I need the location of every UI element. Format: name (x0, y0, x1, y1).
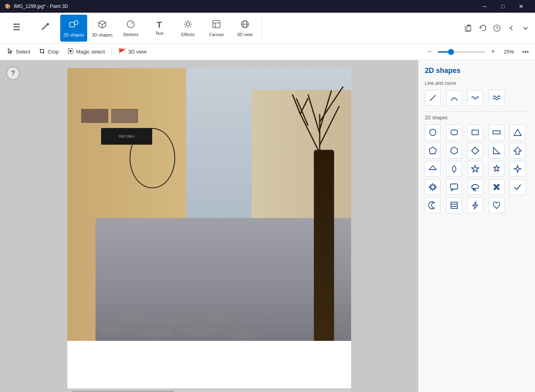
2d-shapes-button[interactable]: 2D shapes (60, 15, 87, 42)
horizontal-scrollbar[interactable] (67, 390, 351, 392)
svg-point-43 (430, 129, 436, 136)
shape-hexagon[interactable] (446, 143, 462, 159)
svg-rect-14 (213, 21, 220, 28)
shape-up-arrow2[interactable] (425, 161, 441, 177)
svg-line-42 (430, 95, 436, 101)
svg-rect-45 (472, 130, 478, 135)
shape-wavy[interactable] (489, 90, 504, 106)
shape-x-mark[interactable] (489, 179, 504, 195)
shape-heart[interactable] (489, 197, 504, 213)
svg-marker-55 (494, 165, 499, 171)
3d-view-sec-button[interactable]: 🚩 3D view (114, 45, 151, 59)
svg-marker-48 (429, 147, 436, 154)
magic-select-icon (67, 48, 74, 56)
brushes-button[interactable] (32, 15, 59, 42)
3d-shapes-button[interactable]: 3D shapes (89, 15, 116, 42)
minimize-button[interactable]: ─ (476, 0, 494, 13)
svg-point-60 (475, 190, 476, 191)
right-panel: 2D shapes Line and curve (418, 60, 535, 392)
svg-rect-58 (451, 184, 458, 189)
history-button[interactable] (491, 22, 503, 34)
paste-button[interactable] (462, 22, 475, 34)
stickers-button[interactable]: Stickers (117, 15, 144, 42)
shape-pentagon[interactable] (425, 143, 441, 159)
shape-line[interactable] (425, 90, 441, 106)
main-area: ? (0, 60, 535, 392)
undo-button[interactable] (476, 22, 489, 34)
2d-shapes-label: 2D shapes (63, 33, 84, 37)
svg-point-36 (141, 329, 172, 337)
canvas-container[interactable]: ? (0, 60, 418, 392)
shape-check[interactable] (510, 179, 525, 195)
canvas-image[interactable]: DECURIA (67, 68, 351, 341)
close-button[interactable]: ✕ (512, 0, 530, 13)
3d-shapes-label: 3D shapes (92, 33, 113, 37)
effects-button[interactable]: Effects (174, 15, 201, 42)
svg-rect-61 (451, 202, 457, 208)
shape-star6[interactable] (489, 161, 504, 177)
crop-button[interactable]: Crop (35, 45, 63, 59)
3d-shapes-icon (97, 19, 107, 31)
menu-button[interactable]: ☰ (3, 15, 30, 42)
magic-select-button[interactable]: Magic select (63, 45, 109, 59)
shape-star5[interactable] (467, 161, 483, 177)
text-label: Text (155, 31, 163, 36)
select-button[interactable]: Select (3, 45, 34, 59)
zoom-more-button[interactable]: ••• (519, 46, 532, 58)
shape-circle[interactable] (425, 124, 441, 140)
svg-line-34 (300, 98, 308, 114)
shape-burst[interactable] (425, 179, 441, 195)
3d-view-label: 3D view (237, 32, 252, 37)
cobblestone-overlay (81, 232, 308, 341)
maximize-button[interactable]: □ (494, 0, 512, 13)
shape-crescent[interactable] (425, 197, 441, 213)
canvas-label: Canvas (209, 32, 224, 37)
zoom-percent-label: 25% (501, 49, 517, 55)
help-button[interactable]: ? (6, 67, 20, 80)
select-icon (7, 48, 13, 56)
canvas-button[interactable]: Canvas (203, 15, 230, 42)
svg-rect-46 (493, 131, 500, 134)
svg-marker-52 (514, 147, 521, 154)
shape-triangle[interactable] (510, 124, 525, 140)
shape-lightning[interactable] (467, 197, 483, 213)
shape-star4[interactable] (510, 161, 525, 177)
svg-marker-47 (514, 129, 521, 136)
zoom-out-button[interactable]: − (424, 46, 435, 57)
shape-rounded-rect[interactable] (446, 124, 462, 140)
shape-speech[interactable] (446, 179, 462, 195)
shape-leaf[interactable] (446, 161, 462, 177)
zoom-slider[interactable] (438, 51, 485, 53)
tree-branches (289, 68, 351, 218)
more-button[interactable] (519, 22, 532, 34)
panel-title: 2D shapes (425, 67, 529, 75)
svg-line-28 (320, 106, 339, 145)
brushes-icon (40, 22, 50, 33)
effects-icon (183, 19, 193, 31)
text-button[interactable]: T Text (146, 15, 173, 42)
shape-curve[interactable] (446, 90, 462, 106)
svg-line-29 (308, 94, 320, 133)
shape-cloud[interactable] (467, 179, 483, 195)
crop-icon (39, 48, 45, 56)
svg-marker-56 (514, 165, 521, 172)
back-button[interactable] (505, 22, 518, 34)
canvas-wrapper: DECURIA (67, 68, 351, 392)
shape-square2[interactable] (446, 197, 462, 213)
shape-rectangle[interactable] (467, 124, 483, 140)
shape-squiggle[interactable] (467, 90, 483, 106)
canvas-white-area (67, 341, 351, 388)
3d-view-button[interactable]: 3D view (231, 15, 258, 42)
zoom-in-button[interactable]: + (487, 46, 499, 57)
canvas-icon (212, 19, 221, 31)
title-bar-left: 🎨 IMG_1299.jpg* - Paint 3D (5, 4, 68, 9)
line-curve-section-title: Line and curve (425, 80, 529, 86)
shape-up-arrow[interactable] (510, 143, 525, 159)
shape-wide-rect[interactable] (489, 124, 504, 140)
shape-right-triangle[interactable] (489, 143, 504, 159)
app-icon: 🎨 (5, 4, 11, 9)
shape-diamond[interactable] (467, 143, 483, 159)
sign-text: DECURIA (119, 134, 135, 138)
window-title: IMG_1299.jpg* - Paint 3D (14, 4, 68, 9)
svg-point-39 (115, 316, 144, 323)
